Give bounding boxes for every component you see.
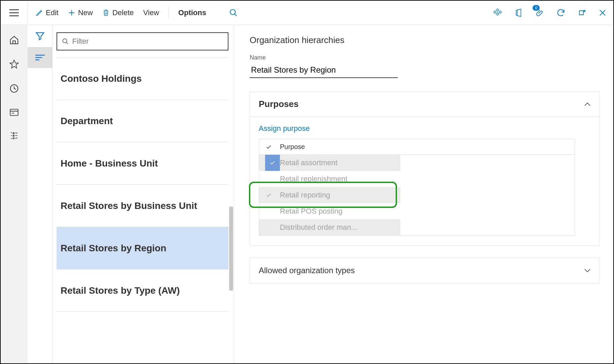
section-allowed-types-title: Allowed organization types (259, 266, 355, 275)
purpose-row-label: Retail reporting (280, 191, 330, 199)
section-purposes-header[interactable]: Purposes (250, 92, 600, 117)
detail-pane: Organization hierarchies Name Purposes A… (234, 25, 613, 363)
navigation-rail (1, 25, 28, 363)
list-item[interactable]: Contoso Holdings (57, 58, 228, 100)
list-item[interactable]: Retail Stores by Business Unit (57, 185, 228, 227)
assign-purpose-link[interactable]: Assign purpose (259, 124, 310, 133)
workspaces-button[interactable] (9, 108, 19, 117)
sort-lines-icon (35, 54, 45, 61)
plus-icon (68, 9, 75, 16)
modules-button[interactable] (9, 131, 19, 140)
close-button[interactable] (599, 9, 607, 17)
list-item[interactable]: Retail Stores by Type (AW) (57, 269, 228, 312)
hamburger-icon (9, 9, 19, 16)
refresh-icon (556, 8, 566, 17)
purpose-row[interactable]: Distributed order man... (259, 219, 400, 235)
list-tree-icon (9, 131, 19, 140)
apps-button[interactable] (494, 8, 503, 17)
section-purposes: Purposes Assign purpose Purpose Retail a… (250, 92, 600, 246)
funnel-icon (35, 31, 45, 41)
section-purposes-title: Purposes (259, 99, 299, 109)
new-label: New (78, 8, 93, 17)
card-icon (9, 108, 19, 117)
check-icon (265, 144, 273, 150)
office-icon (515, 8, 524, 17)
chevron-down-icon (584, 268, 591, 273)
hierarchy-list-pane: Contoso HoldingsDepartmentHome - Busines… (52, 25, 234, 363)
search-icon (229, 8, 238, 17)
hamburger-menu-button[interactable] (1, 1, 28, 25)
search-icon (62, 38, 69, 45)
purpose-row-label: Retail replenishment (280, 175, 348, 183)
purpose-row-label: Retail POS posting (280, 207, 342, 216)
list-item[interactable]: Department (57, 100, 228, 142)
delete-label: Delete (112, 8, 134, 17)
purpose-row[interactable]: Retail replenishment (259, 171, 575, 187)
edit-label: Edit (46, 8, 59, 17)
clock-icon (9, 83, 19, 94)
toolbar-divider (169, 7, 169, 19)
hierarchy-list: Contoso HoldingsDepartmentHome - Busines… (57, 57, 228, 363)
star-icon (9, 59, 19, 69)
page-title: Organization hierarchies (250, 35, 600, 45)
options-label: Options (178, 8, 206, 17)
filter-toggle-button[interactable] (28, 25, 52, 47)
name-input[interactable] (250, 63, 398, 78)
close-icon (599, 9, 607, 17)
diamond-grid-icon (494, 8, 503, 17)
new-button[interactable]: New (68, 8, 93, 17)
pencil-icon (36, 9, 43, 16)
purpose-column-label: Purpose (280, 143, 305, 151)
favorites-button[interactable] (9, 59, 19, 69)
check-icon (269, 160, 276, 166)
search-button[interactable] (229, 8, 238, 17)
purpose-row-check[interactable] (265, 192, 280, 198)
list-item[interactable]: Home - Business Unit (57, 142, 228, 185)
office-button[interactable] (515, 8, 524, 17)
purpose-row[interactable]: Retail reporting (259, 187, 400, 203)
trash-icon (102, 9, 110, 17)
attachments-badge: 0 (533, 5, 540, 11)
delete-button[interactable]: Delete (102, 8, 134, 17)
action-bar: Edit New Delete View Options (1, 1, 613, 25)
view-button[interactable]: View (143, 8, 159, 17)
purpose-row-label: Distributed order man... (280, 223, 357, 232)
purpose-row[interactable]: Retail assortment (259, 155, 400, 171)
svg-point-3 (63, 39, 67, 43)
list-item[interactable]: Retail Stores by Region (57, 227, 228, 269)
popout-icon (578, 9, 586, 17)
purpose-row-check[interactable] (265, 155, 280, 171)
section-allowed-types: Allowed organization types (250, 258, 600, 283)
home-button[interactable] (9, 35, 19, 45)
home-icon (9, 35, 19, 45)
section-allowed-types-header[interactable]: Allowed organization types (250, 258, 600, 283)
filter-box[interactable] (57, 32, 228, 50)
check-icon (265, 192, 273, 198)
svg-rect-2 (10, 109, 18, 116)
purpose-row[interactable]: Retail POS posting (259, 203, 575, 219)
purpose-table: Purpose Retail assortmentRetail replenis… (259, 139, 575, 236)
attachments-button[interactable]: 0 (536, 8, 544, 18)
list-scrollbar[interactable] (229, 207, 233, 291)
sort-toggle-button[interactable] (28, 47, 52, 68)
refresh-button[interactable] (556, 8, 566, 17)
list-tools-rail (28, 25, 52, 363)
popout-button[interactable] (578, 9, 586, 17)
svg-point-0 (230, 9, 235, 14)
recent-button[interactable] (9, 83, 19, 94)
filter-input[interactable] (72, 37, 223, 46)
purpose-table-header: Purpose (259, 139, 575, 155)
view-label: View (143, 8, 159, 17)
chevron-up-icon (584, 102, 591, 107)
edit-button[interactable]: Edit (36, 8, 59, 17)
name-label: Name (250, 54, 600, 61)
options-button[interactable]: Options (178, 8, 206, 17)
purpose-row-label: Retail assortment (280, 158, 337, 167)
